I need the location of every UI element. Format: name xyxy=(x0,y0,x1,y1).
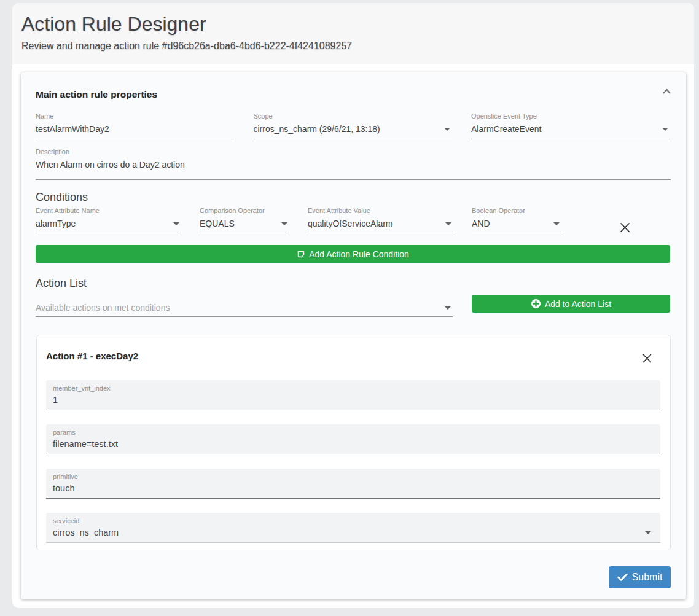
submit-button[interactable]: Submit xyxy=(609,566,671,588)
action-select-row: Available actions on met conditions Add … xyxy=(36,295,671,317)
submit-row: Submit xyxy=(36,566,671,588)
boolean-operator-label: Boolean Operator xyxy=(472,207,561,215)
event-type-value: AlarmCreateEvent xyxy=(471,124,541,134)
dropdown-arrow-icon xyxy=(444,128,450,131)
primitive-field[interactable]: primitive touch xyxy=(46,469,660,499)
action-list-heading: Action List xyxy=(36,276,671,290)
dropdown-arrow-icon xyxy=(645,531,651,534)
primitive-value: touch xyxy=(53,483,74,494)
note-add-icon xyxy=(297,250,305,259)
comparison-operator-label: Comparison Operator xyxy=(200,207,289,215)
add-to-action-list-label: Add to Action List xyxy=(545,299,611,309)
remove-condition-button[interactable] xyxy=(620,222,630,233)
dropdown-arrow-icon xyxy=(553,222,560,225)
serviceid-select[interactable]: serviceid cirros_ns_charm xyxy=(46,513,660,543)
content-panel: Action Rule Designer Review and manage a… xyxy=(12,3,694,608)
available-actions-select[interactable]: Available actions on met conditions xyxy=(36,303,453,317)
close-icon xyxy=(620,222,630,233)
event-attribute-value-value: qualityOfServiceAlarm xyxy=(308,219,393,228)
serviceid-label: serviceid xyxy=(53,517,653,524)
chevron-up-icon xyxy=(663,88,671,94)
condition-row: Event Attribute Name alarmType Compariso… xyxy=(36,207,671,233)
page-subtitle: Review and manage action rule #d96cb26a-… xyxy=(21,41,694,52)
add-condition-label: Add Action Rule Condition xyxy=(309,249,409,259)
boolean-operator-select[interactable]: Boolean Operator AND xyxy=(472,207,561,232)
dropdown-arrow-icon xyxy=(445,306,451,310)
description-label: Description xyxy=(36,148,671,156)
event-attribute-name-label: Event Attribute Name xyxy=(36,207,181,215)
check-icon xyxy=(617,573,628,582)
conditions-heading: Conditions xyxy=(36,190,671,205)
member-vnf-index-value: 1 xyxy=(53,395,58,405)
event-attribute-value-label: Event Attribute Value xyxy=(308,207,453,215)
comparison-operator-select[interactable]: Comparison Operator EQUALS xyxy=(200,207,289,232)
boolean-operator-value: AND xyxy=(472,219,490,228)
params-label: params xyxy=(53,429,653,436)
dropdown-arrow-icon xyxy=(173,222,179,225)
action-card: Action #1 - execDay2 member_vnf_index 1 … xyxy=(36,335,671,550)
submit-label: Submit xyxy=(632,572,663,583)
action-card-title: Action #1 - execDay2 xyxy=(46,351,138,361)
description-field[interactable]: Description When Alarm on cirros do a Da… xyxy=(36,148,671,180)
event-attribute-value-select[interactable]: Event Attribute Value qualityOfServiceAl… xyxy=(308,207,453,232)
add-circle-icon xyxy=(531,298,541,309)
event-type-label: Openslice Event Type xyxy=(471,112,670,120)
name-field[interactable]: Name testAlarmWithDay2 xyxy=(36,112,234,139)
available-actions-placeholder: Available actions on met conditions xyxy=(36,303,170,313)
page-header: Action Rule Designer Review and manage a… xyxy=(12,3,694,64)
dropdown-arrow-icon xyxy=(445,222,451,225)
event-attribute-name-select[interactable]: Event Attribute Name alarmType xyxy=(36,207,181,232)
name-label: Name xyxy=(36,112,234,120)
primitive-label: primitive xyxy=(53,473,653,480)
comparison-operator-value: EQUALS xyxy=(200,219,235,228)
add-to-action-list-button[interactable]: Add to Action List xyxy=(472,295,670,313)
name-value: testAlarmWithDay2 xyxy=(36,124,109,134)
description-value: When Alarm on cirros do a Day2 action xyxy=(36,160,185,170)
collapse-panel-button[interactable] xyxy=(663,88,671,94)
remove-action-button[interactable] xyxy=(642,354,652,363)
main-properties-title: Main action rule properties xyxy=(36,90,157,99)
card-header-row: Main action rule properties xyxy=(36,72,671,99)
event-type-select[interactable]: Openslice Event Type AlarmCreateEvent xyxy=(471,112,670,139)
scope-select[interactable]: Scope cirros_ns_charm (29/6/21, 13:18) xyxy=(254,112,452,139)
add-condition-button[interactable]: Add Action Rule Condition xyxy=(36,245,670,263)
dropdown-arrow-icon xyxy=(662,128,668,131)
member-vnf-index-label: member_vnf_index xyxy=(53,384,653,392)
scope-value: cirros_ns_charm (29/6/21, 13:18) xyxy=(254,124,380,134)
scope-label: Scope xyxy=(254,112,452,120)
member-vnf-index-field[interactable]: member_vnf_index 1 xyxy=(46,380,660,410)
event-attribute-name-value: alarmType xyxy=(36,219,76,228)
action-card-header-row: Action #1 - execDay2 xyxy=(46,351,660,363)
page-title: Action Rule Designer xyxy=(21,12,694,36)
main-fields-row: Name testAlarmWithDay2 Scope cirros_ns_c… xyxy=(36,112,671,139)
dropdown-arrow-icon xyxy=(281,222,287,225)
params-field[interactable]: params filename=test.txt xyxy=(46,424,660,454)
action-rule-card: Main action rule properties Name testAla… xyxy=(21,72,686,599)
close-icon xyxy=(642,354,652,363)
serviceid-value: cirros_ns_charm xyxy=(53,528,119,538)
params-value: filename=test.txt xyxy=(53,439,118,450)
